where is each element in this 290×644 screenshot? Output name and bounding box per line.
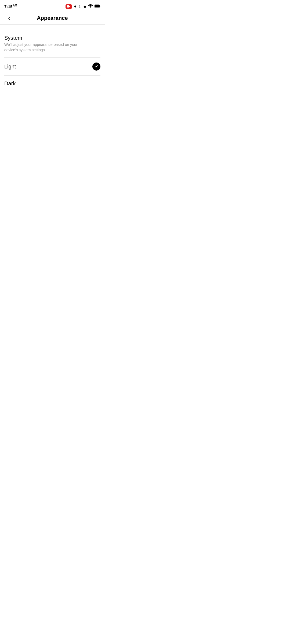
status-bar: 7:15AM ✱ ☾ ◆ [0,0,105,12]
option-system[interactable]: System We'll adjust your appearance base… [4,30,100,58]
status-icons: ✱ ☾ ◆ [66,4,100,9]
header: ‹ Appearance [0,12,105,25]
battery-icon [95,4,100,9]
svg-rect-3 [95,5,99,7]
ampm-text: AM [13,4,17,7]
option-light[interactable]: Light ✓ [4,58,100,76]
page-title: Appearance [37,15,68,21]
wifi-icon [88,4,93,9]
svg-rect-0 [67,5,69,8]
option-system-sublabel: We'll adjust your appearance based on yo… [4,42,79,53]
back-chevron-icon: ‹ [8,15,10,21]
status-time: 7:15AM [4,4,17,9]
camera-recording-icon [66,4,72,9]
svg-marker-1 [69,5,70,8]
option-system-label: System [4,35,100,41]
bluetooth-icon: ✱ [74,4,77,9]
checkmark-icon: ✓ [95,64,98,69]
time-text: 7:15 [4,4,13,9]
option-system-text: System We'll adjust your appearance base… [4,35,100,53]
option-dark[interactable]: Dark [4,76,100,92]
option-light-label: Light [4,64,92,70]
light-selected-indicator: ✓ [92,63,100,71]
signal-icon: ◆ [84,4,86,9]
option-light-text: Light [4,64,92,70]
moon-icon: ☾ [78,4,82,9]
back-button[interactable]: ‹ [4,13,14,23]
content: System We'll adjust your appearance base… [0,25,105,92]
option-dark-label: Dark [4,80,100,87]
option-dark-text: Dark [4,80,100,87]
